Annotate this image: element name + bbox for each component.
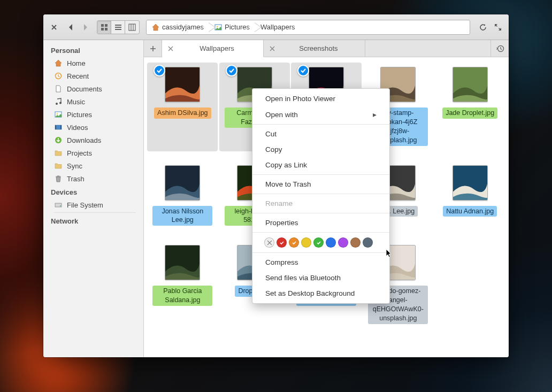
color-tag-none[interactable] [264, 237, 274, 248]
color-tag-dot[interactable] [313, 237, 324, 248]
close-tab-icon[interactable] [268, 44, 277, 53]
menu-item-copy[interactable]: Copy [252, 142, 389, 157]
view-switcher [97, 20, 140, 34]
sidebar-item-videos[interactable]: Videos [43, 121, 143, 134]
menu-separator [252, 213, 389, 213]
menu-item-move-to-trash[interactable]: Move to Trash [252, 176, 389, 192]
breadcrumb-cassidyjames[interactable]: cassidyjames [147, 20, 209, 34]
menu-item-label: Move to Trash [265, 180, 311, 188]
file-name-label: Pablo Garcia Saldana.jpg [152, 286, 212, 306]
menu-separator [252, 194, 389, 194]
home-icon [152, 24, 159, 31]
sidebar-item-label: Downloads [67, 136, 101, 144]
menu-item-label: Copy [265, 145, 282, 153]
color-tag-dot[interactable] [301, 237, 311, 248]
sidebar-item-file-system[interactable]: File System [43, 198, 143, 211]
svg-rect-1 [105, 24, 108, 27]
refresh-button[interactable] [477, 21, 489, 34]
file-item[interactable]: Pablo Garcia Saldana.jpg [147, 241, 218, 329]
sidebar-item-documents[interactable]: Documents [43, 82, 143, 95]
close-button[interactable] [48, 21, 60, 34]
selected-check-icon [297, 65, 309, 76]
forward-button[interactable] [79, 21, 91, 34]
recent-icon [54, 72, 63, 80]
trash-icon [54, 174, 63, 183]
sidebar-section-network: Network [43, 214, 143, 227]
tab-screenshots[interactable]: Screenshots [264, 40, 365, 57]
view-list-button[interactable] [111, 21, 125, 34]
svg-rect-6 [115, 29, 121, 30]
color-tag-dot[interactable] [350, 237, 361, 248]
view-columns-button[interactable] [125, 21, 139, 34]
tab-history-button[interactable] [490, 40, 509, 57]
file-item[interactable]: Nattu Adnan.jpg [435, 161, 505, 232]
menu-item-copy-as-link[interactable]: Copy as Link [252, 157, 389, 173]
color-tag-dot[interactable] [338, 237, 348, 248]
breadcrumb-label: cassidyjames [162, 23, 204, 31]
sidebar-item-downloads[interactable]: Downloads [43, 134, 143, 147]
sidebar-item-label: Videos [67, 124, 88, 132]
tab-label: Screenshots [277, 44, 361, 52]
view-icons-button[interactable] [97, 21, 111, 34]
menu-item-set-as-desktop-background[interactable]: Set as Desktop Background [252, 286, 389, 301]
drive-icon [54, 201, 63, 209]
music-icon [54, 97, 63, 106]
menu-item-compress[interactable]: Compress [252, 255, 389, 270]
sidebar-item-music[interactable]: Music [43, 95, 143, 108]
menu-item-label: Copy as Link [265, 161, 307, 169]
menu-item-open-with[interactable]: Open with▸ [252, 106, 389, 122]
breadcrumb-label: Wallpapers [260, 23, 295, 31]
menu-separator [252, 232, 389, 233]
documents-icon [54, 84, 63, 93]
sidebar-item-projects[interactable]: Projects [43, 147, 143, 159]
sidebar-item-recent[interactable]: Recent [43, 70, 143, 82]
home-icon [54, 59, 63, 67]
sidebar-item-label: Home [67, 59, 86, 67]
svg-rect-5 [115, 27, 121, 28]
downloads-icon [54, 136, 63, 144]
file-name-label: Ashim DSilva.jpg [154, 107, 211, 119]
cursor-icon [386, 249, 393, 258]
sidebar-item-pictures[interactable]: Pictures [43, 108, 143, 121]
folder-icon [54, 149, 63, 157]
color-tag-dot[interactable] [289, 237, 299, 248]
maximize-button[interactable] [492, 21, 504, 34]
folder-icon [54, 162, 63, 170]
tab-wallpapers[interactable]: Wallpapers [162, 40, 264, 57]
sidebar-item-label: Documents [67, 85, 102, 93]
menu-item-label: Send files via Bluetooth [265, 274, 341, 282]
svg-point-14 [59, 102, 62, 104]
color-tag-dot[interactable] [326, 237, 336, 248]
menu-item-rename: Rename [252, 196, 389, 211]
svg-rect-2 [101, 28, 104, 30]
sidebar-item-home[interactable]: Home [43, 57, 143, 70]
menu-item-properties[interactable]: Properties [252, 215, 389, 230]
color-tag-dot[interactable] [363, 237, 373, 248]
selected-check-icon [154, 65, 165, 76]
tab-label: Wallpapers [175, 44, 259, 52]
back-button[interactable] [65, 21, 78, 34]
svg-point-22 [60, 205, 61, 206]
svg-rect-19 [60, 125, 62, 129]
breadcrumb-pictures[interactable]: Pictures [209, 20, 255, 34]
sidebar-separator [54, 212, 136, 213]
sidebar-item-sync[interactable]: Sync [43, 159, 143, 172]
file-item[interactable]: Jonas Nilsson Lee.jpg [147, 161, 218, 232]
file-item[interactable]: Ashim DSilva.jpg [147, 63, 218, 151]
new-tab-button[interactable] [144, 40, 162, 57]
sidebar-item-label: Music [67, 98, 85, 106]
context-menu: Open in Photo ViewerOpen with▸CutCopyCop… [252, 88, 390, 304]
breadcrumb-bar: cassidyjamesPicturesWallpapers [146, 20, 470, 35]
menu-item-send-files-via-bluetooth[interactable]: Send files via Bluetooth [252, 270, 389, 286]
sidebar-item-label: Projects [67, 149, 92, 157]
sidebar-item-label: File System [67, 201, 103, 209]
menu-separator [252, 252, 389, 253]
menu-item-label: Properties [265, 219, 298, 227]
file-item[interactable]: Jade Droplet.jpg [435, 63, 505, 151]
color-tag-dot[interactable] [277, 237, 287, 248]
close-tab-icon[interactable] [166, 44, 175, 53]
menu-item-cut[interactable]: Cut [252, 126, 389, 142]
menu-item-open-in-photo-viewer[interactable]: Open in Photo Viewer [252, 91, 389, 106]
sidebar-item-trash[interactable]: Trash [43, 172, 143, 185]
menu-item-label: Rename [265, 199, 293, 207]
